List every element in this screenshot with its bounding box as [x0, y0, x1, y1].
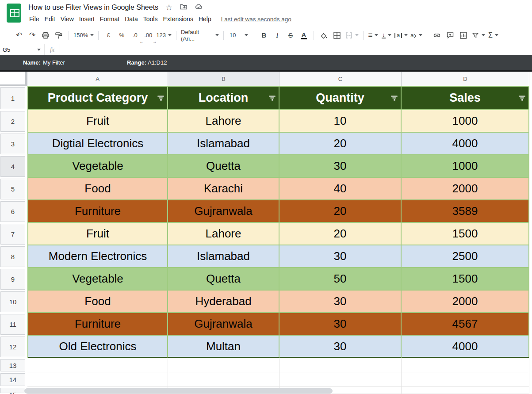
cell-B4[interactable]: Quetta [168, 155, 279, 178]
menu-insert[interactable]: Insert [77, 15, 97, 23]
cell-C4[interactable]: 30 [279, 155, 402, 178]
cell-A14[interactable] [27, 372, 168, 387]
row-header-2[interactable]: 2 [0, 110, 27, 133]
cell-A6[interactable]: Furniture [27, 200, 168, 223]
cell-D3[interactable]: 4000 [402, 133, 529, 155]
row-header-1[interactable]: 1 [0, 86, 27, 110]
undo-button[interactable]: ↶ [12, 30, 26, 41]
cell-D2[interactable]: 1000 [402, 110, 529, 133]
star-icon[interactable]: ☆ [165, 4, 172, 11]
cell-B12[interactable]: Multan [168, 336, 279, 358]
text-color-button[interactable]: A [297, 30, 310, 41]
currency-format-button[interactable]: £ [102, 30, 115, 41]
cell-C1[interactable]: Quantity [279, 86, 402, 110]
cell-D9[interactable]: 1500 [402, 268, 529, 291]
cell-D5[interactable]: 2000 [402, 178, 529, 200]
font-size-select[interactable]: 10 [227, 30, 251, 41]
cell-D14[interactable] [402, 372, 529, 387]
cell-D11[interactable]: 4567 [402, 313, 529, 336]
cell-A8[interactable]: Modern Electronics [27, 245, 168, 268]
cell-C9[interactable]: 50 [279, 268, 402, 291]
filter-name-value[interactable]: My Filter [43, 59, 65, 66]
menu-format[interactable]: Format [97, 15, 122, 23]
cell-C12[interactable]: 30 [279, 336, 402, 358]
cell-B1[interactable]: Location [168, 86, 279, 110]
cell-A10[interactable]: Food [27, 291, 168, 313]
cell-D15[interactable] [402, 387, 529, 394]
menu-view[interactable]: View [58, 15, 77, 23]
text-rotation-button[interactable]: a [409, 30, 424, 41]
cell-C7[interactable]: 20 [279, 223, 402, 245]
text-wrap-button[interactable]: a [393, 30, 409, 41]
horizontal-scrollbar[interactable] [24, 388, 333, 394]
row-header-4[interactable]: 4 [0, 155, 27, 178]
cell-C8[interactable]: 30 [279, 245, 402, 268]
print-button[interactable] [39, 30, 52, 41]
cell-B10[interactable]: Hyderabad [168, 291, 279, 313]
column-header-b[interactable]: B [168, 72, 279, 86]
menu-edit[interactable]: Edit [42, 15, 58, 23]
vertical-align-button[interactable]: ↓ [380, 30, 393, 41]
row-header-11[interactable]: 11 [0, 313, 27, 336]
more-formats-button[interactable]: 123 [155, 30, 173, 41]
insert-comment-button[interactable] [444, 30, 457, 41]
cell-A7[interactable]: Fruit [27, 223, 168, 245]
row-header-3[interactable]: 3 [0, 133, 27, 155]
row-header-12[interactable]: 12 [0, 336, 27, 358]
column-header-a[interactable]: A [27, 72, 168, 86]
increase-decimal-button[interactable]: .00→ [142, 30, 155, 41]
cell-C3[interactable]: 20 [279, 133, 402, 155]
cell-B14[interactable] [168, 372, 279, 387]
filter-icon[interactable] [269, 96, 276, 100]
row-header-6[interactable]: 6 [0, 200, 27, 223]
last-edit-link[interactable]: Last edit was seconds ago [221, 16, 291, 23]
filter-icon[interactable] [157, 96, 164, 100]
cell-D10[interactable]: 2000 [402, 291, 529, 313]
filter-icon[interactable] [519, 96, 525, 100]
cloud-saved-icon[interactable] [195, 3, 203, 12]
cell-A2[interactable]: Fruit [27, 110, 168, 133]
percent-format-button[interactable]: % [115, 30, 128, 41]
row-header-15[interactable]: 15 [0, 387, 27, 394]
italic-button[interactable]: I [271, 30, 284, 41]
cell-D8[interactable]: 2500 [402, 245, 529, 268]
cell-A11[interactable]: Furniture [27, 313, 168, 336]
merge-cells-button[interactable] [344, 30, 360, 41]
cell-A4[interactable]: Vegetable [27, 155, 168, 178]
column-header-c[interactable]: C [279, 72, 402, 86]
row-header-7[interactable]: 7 [0, 223, 27, 245]
cell-A1[interactable]: Product Category [27, 86, 168, 110]
cell-A13[interactable] [27, 358, 168, 372]
cell-B7[interactable]: Lahore [168, 223, 279, 245]
column-header-d[interactable]: D [402, 72, 529, 86]
cell-B6[interactable]: Gujranwala [168, 200, 279, 223]
fill-color-button[interactable] [317, 30, 330, 41]
filter-range-value[interactable]: A1:D12 [148, 59, 167, 66]
cell-A12[interactable]: Old Electronics [27, 336, 168, 358]
cell-B13[interactable] [168, 358, 279, 372]
font-select[interactable]: Default (Ari... [180, 30, 220, 41]
functions-button[interactable]: Σ [486, 30, 500, 41]
cell-C13[interactable] [279, 358, 402, 372]
menu-extensions[interactable]: Extensions [160, 15, 195, 23]
cell-C2[interactable]: 10 [279, 110, 402, 133]
row-header-13[interactable]: 13 [0, 358, 27, 372]
cell-D4[interactable]: 1000 [402, 155, 529, 178]
cell-C6[interactable]: 20 [279, 200, 402, 223]
cell-D6[interactable]: 3589 [402, 200, 529, 223]
menu-file[interactable]: File [27, 15, 42, 23]
redo-button[interactable]: ↷ [26, 30, 39, 41]
menu-data[interactable]: Data [122, 15, 141, 23]
strikethrough-button[interactable]: S [284, 30, 297, 41]
sheets-logo-icon[interactable] [7, 4, 21, 23]
formula-input[interactable] [60, 44, 532, 55]
insert-link-button[interactable] [430, 30, 444, 41]
bold-button[interactable]: B [257, 30, 271, 41]
decrease-decimal-button[interactable]: .0← [128, 30, 142, 41]
document-title[interactable]: How to use Filter Views in Google Sheets [28, 4, 158, 11]
select-all-corner[interactable] [0, 72, 27, 86]
insert-chart-button[interactable] [457, 30, 470, 41]
cell-B11[interactable]: Gujranwala [168, 313, 279, 336]
cell-C11[interactable]: 30 [279, 313, 402, 336]
cell-A5[interactable]: Food [27, 178, 168, 200]
